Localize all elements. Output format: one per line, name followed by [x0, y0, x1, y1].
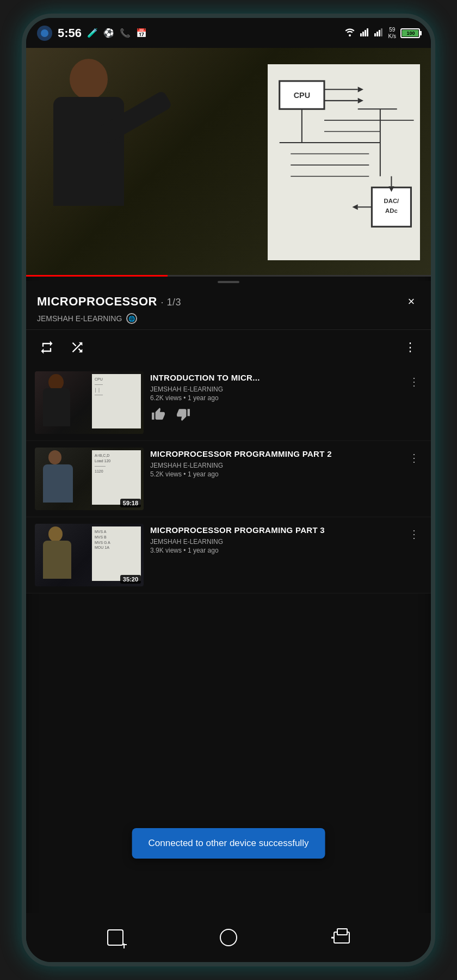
video-duration-3: 35:20 [120, 575, 141, 584]
close-button[interactable]: × [403, 293, 420, 310]
soccer-icon: ⚽ [103, 28, 114, 38]
mini-person-1 [43, 374, 87, 428]
video-list: CPU───│ │─── INTRODUCTION TO MICR... JEM… [26, 365, 431, 593]
playlist-title-row: MICROPROCESSOR · 1/3 × [37, 293, 420, 310]
svg-rect-3 [367, 28, 368, 36]
network-speed: 59K/s [388, 27, 396, 40]
video-title-2: MICROPROCESSOR PROGRAMMING PART 2 [150, 449, 399, 460]
whiteboard: CPU DAC/ ADc [268, 64, 420, 260]
video-info-1: INTRODUCTION TO MICR... JEMSHAH E-LEARNI… [150, 371, 399, 422]
status-left: 5:56 🧪 ⚽ 📞 📅 [37, 26, 147, 41]
person-body [53, 97, 124, 206]
video-thumbnail-2[interactable]: A=B,C,DLoad 120────1120 59:18 [35, 448, 144, 510]
mini-whiteboard-3: MVS AMVS BMVS G AMOU 1A [92, 526, 141, 581]
playlist-panel: MICROPROCESSOR · 1/3 × JEMSHAH E-LEARNIN… [26, 281, 431, 593]
person-head [70, 59, 108, 100]
video-title-3: MICROPROCESSOR PROGRAMING PART 3 [150, 525, 399, 536]
more-options-button[interactable]: ⋮ [402, 338, 420, 357]
like-button-1[interactable] [150, 406, 166, 422]
whiteboard-content: CPU DAC/ ADc [268, 64, 420, 260]
svg-text:DAC/: DAC/ [384, 198, 399, 204]
svg-rect-6 [379, 30, 380, 36]
mini-whiteboard-2: A=B,C,DLoad 120────1120 [92, 450, 141, 505]
video-duration-2: 59:18 [120, 499, 141, 507]
playlist-controls: ⋮ [26, 330, 431, 365]
diagram-svg: CPU DAC/ ADc [268, 64, 420, 260]
video-progress-bar[interactable] [26, 275, 431, 277]
navigation-bar [26, 913, 431, 962]
svg-marker-11 [358, 87, 363, 92]
svg-text:CPU: CPU [294, 91, 310, 100]
home-circle [220, 929, 237, 946]
video-title-1: INTRODUCTION TO MICR... [150, 372, 399, 383]
channel-name: JEMSHAH E-LEARNING [37, 314, 122, 323]
video-thumbnail: CPU DAC/ ADc [26, 48, 431, 277]
status-time: 5:56 [58, 26, 82, 40]
playlist-channel: JEMSHAH E-LEARNING 🌐 [37, 313, 420, 324]
phone-icon: 📞 [120, 28, 131, 38]
svg-marker-13 [358, 98, 363, 103]
svg-marker-24 [352, 204, 357, 210]
recent-nav-button[interactable] [328, 924, 355, 951]
mini-head-3 [48, 526, 63, 542]
svg-rect-5 [376, 32, 378, 36]
video-thumbnail-1[interactable]: CPU───│ │─── [35, 371, 144, 434]
video-more-button-3[interactable]: ⋮ [406, 525, 422, 543]
playlist-header: MICROPROCESSOR · 1/3 × JEMSHAH E-LEARNIN… [26, 283, 431, 330]
video-actions-1 [150, 406, 399, 422]
calendar-icon: 📅 [136, 28, 147, 38]
wifi-icon [344, 28, 356, 38]
svg-rect-4 [374, 33, 376, 36]
back-nav-button[interactable] [102, 924, 129, 951]
person-figure [53, 59, 173, 266]
mini-body-1 [43, 388, 70, 426]
video-more-button-2[interactable]: ⋮ [406, 449, 422, 467]
status-bar: 5:56 🧪 ⚽ 📞 📅 [26, 18, 431, 48]
video-progress-fill [26, 275, 168, 277]
battery-indicator: 100 [400, 28, 420, 38]
video-info-3: MICROPROCESSOR PROGRAMING PART 3 JEMSHAH… [150, 524, 399, 554]
flask-icon: 🧪 [87, 28, 98, 38]
svg-text:ADc: ADc [385, 207, 398, 214]
camera-icon [37, 26, 52, 41]
signal-icon-2 [374, 28, 384, 38]
mini-person-2 [43, 450, 87, 505]
video-item: CPU───│ │─── INTRODUCTION TO MICR... JEM… [26, 365, 431, 441]
shuffle-button[interactable] [67, 338, 87, 357]
globe-icon: 🌐 [126, 313, 137, 324]
playlist-title: MICROPROCESSOR · 1/3 [37, 295, 181, 308]
svg-rect-1 [362, 32, 364, 36]
toast-notification: Connected to other device successfully [132, 828, 325, 859]
video-meta-3: 3.9K views • 1 year ago [150, 547, 399, 554]
video-player[interactable]: CPU DAC/ ADc [26, 48, 431, 277]
playlist-title-group: MICROPROCESSOR · 1/3 [37, 295, 181, 309]
video-item-2: A=B,C,DLoad 120────1120 59:18 MICROPROCE… [26, 441, 431, 517]
playlist-counter: · 1/3 [161, 297, 182, 308]
svg-rect-0 [360, 33, 362, 36]
video-item-3: MVS AMVS BMVS G AMOU 1A 35:20 MICROPROCE… [26, 517, 431, 593]
video-thumbnail-3[interactable]: MVS AMVS BMVS G AMOU 1A 35:20 [35, 524, 144, 586]
mini-body-2 [43, 464, 73, 503]
mini-whiteboard-1: CPU───│ │─── [92, 374, 141, 428]
video-meta-1: 6.2K views • 1 year ago [150, 394, 399, 402]
video-channel-3: JEMSHAH E-LEARNING [150, 538, 399, 546]
status-right: 59K/s 100 [344, 27, 420, 40]
mini-person-3 [43, 526, 87, 581]
video-channel-2: JEMSHAH E-LEARNING [150, 462, 399, 469]
mini-head-2 [48, 450, 61, 464]
video-channel-1: JEMSHAH E-LEARNING [150, 385, 399, 393]
dislike-button-1[interactable] [175, 406, 192, 422]
video-more-button-1[interactable]: ⋮ [406, 372, 422, 391]
signal-icon [360, 28, 370, 38]
mini-body-3 [43, 541, 71, 579]
home-nav-button[interactable] [215, 924, 242, 951]
video-info-2: MICROPROCESSOR PROGRAMMING PART 2 JEMSHA… [150, 448, 399, 478]
repeat-button[interactable] [37, 338, 57, 357]
video-meta-2: 5.2K views • 1 year ago [150, 470, 399, 478]
svg-rect-7 [381, 28, 382, 36]
svg-rect-2 [365, 30, 366, 36]
